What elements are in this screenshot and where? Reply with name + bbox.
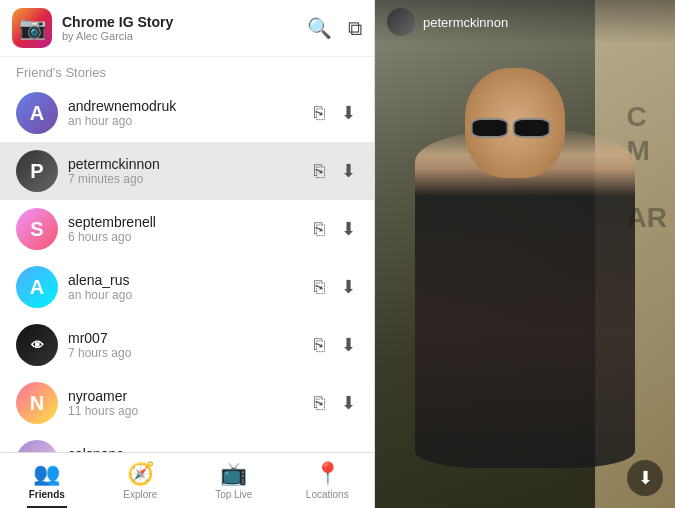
share-button[interactable]: ⎘ — [312, 391, 327, 416]
nav-label-friends: Friends — [29, 489, 65, 500]
story-item[interactable]: P petermckinnon 7 minutes ago ⎘ ⬇ — [0, 142, 374, 200]
avatar: A — [16, 92, 58, 134]
story-avatar-overlay — [387, 8, 415, 36]
story-username: nyroamer — [68, 388, 312, 404]
download-button[interactable]: ⬇ — [339, 158, 358, 184]
story-info: alena_rus an hour ago — [58, 272, 312, 302]
story-time: 11 hours ago — [68, 404, 312, 418]
story-username: petermckinnon — [68, 156, 312, 172]
story-time: an hour ago — [68, 114, 312, 128]
story-item[interactable]: A andrewnemodruk an hour ago ⎘ ⬇ — [0, 84, 374, 142]
download-overlay-button[interactable]: ⬇ — [627, 460, 663, 496]
header-icons: 🔍 ⧉ — [307, 16, 362, 40]
story-actions: ⎘ ⬇ — [312, 158, 358, 184]
bottom-nav: 👥 Friends 🧭 Explore 📺 Top Live 📍 Locatio… — [0, 452, 374, 508]
story-item[interactable]: 👁 mr007 7 hours ago ⎘ ⬇ — [0, 316, 374, 374]
story-info: petermckinnon 7 minutes ago — [58, 156, 312, 186]
story-item[interactable]: C calsnape 12 hours ago ⎘ ⬇ — [0, 432, 374, 452]
story-actions: ⎘ ⬇ — [312, 332, 358, 358]
story-header-overlay: petermckinnon — [375, 0, 675, 44]
external-link-icon[interactable]: ⧉ — [348, 17, 362, 40]
story-username: mr007 — [68, 330, 312, 346]
story-username-overlay: petermckinnon — [423, 15, 508, 30]
sunglasses-figure — [471, 118, 551, 138]
explore-icon: 🧭 — [127, 461, 154, 487]
download-button[interactable]: ⬇ — [339, 390, 358, 416]
download-button[interactable]: ⬇ — [339, 216, 358, 242]
download-button[interactable]: ⬇ — [339, 274, 358, 300]
nav-item-locations[interactable]: 📍 Locations — [281, 453, 375, 508]
story-actions: ⎘ ⬇ — [312, 216, 358, 242]
nav-item-top-live[interactable]: 📺 Top Live — [187, 453, 281, 508]
avatar: S — [16, 208, 58, 250]
app-title: Chrome IG Story — [62, 14, 173, 30]
nav-label-top-live: Top Live — [215, 489, 252, 500]
share-button[interactable]: ⎘ — [312, 217, 327, 242]
share-button[interactable]: ⎘ — [312, 275, 327, 300]
story-username: andrewnemodruk — [68, 98, 312, 114]
avatar: 👁 — [16, 324, 58, 366]
download-button[interactable]: ⬇ — [339, 100, 358, 126]
story-time: 7 hours ago — [68, 346, 312, 360]
story-info: andrewnemodruk an hour ago — [58, 98, 312, 128]
video-area: CMAR petermckinnon ⬇ — [375, 0, 675, 508]
app-subtitle: by Alec Garcia — [62, 30, 173, 42]
locations-icon: 📍 — [314, 461, 341, 487]
nav-label-locations: Locations — [306, 489, 349, 500]
story-info: mr007 7 hours ago — [58, 330, 312, 360]
header-left: 📷 Chrome IG Story by Alec Garcia — [12, 8, 173, 48]
app-title-block: Chrome IG Story by Alec Garcia — [62, 14, 173, 42]
download-button[interactable]: ⬇ — [339, 332, 358, 358]
search-icon[interactable]: 🔍 — [307, 16, 332, 40]
story-item[interactable]: N nyroamer 11 hours ago ⎘ ⬇ — [0, 374, 374, 432]
story-time: 6 hours ago — [68, 230, 312, 244]
nav-item-friends[interactable]: 👥 Friends — [0, 453, 94, 508]
story-info: septembrenell 6 hours ago — [58, 214, 312, 244]
left-panel: 📷 Chrome IG Story by Alec Garcia 🔍 ⧉ Fri… — [0, 0, 375, 508]
app-icon: 📷 — [12, 8, 52, 48]
share-button[interactable]: ⎘ — [312, 159, 327, 184]
story-item[interactable]: S septembrenell 6 hours ago ⎘ ⬇ — [0, 200, 374, 258]
story-username: septembrenell — [68, 214, 312, 230]
story-time: an hour ago — [68, 288, 312, 302]
avatar: N — [16, 382, 58, 424]
story-time: 7 minutes ago — [68, 172, 312, 186]
avatar: P — [16, 150, 58, 192]
story-item[interactable]: A alena_rus an hour ago ⎘ ⬇ — [0, 258, 374, 316]
story-actions: ⎘ ⬇ — [312, 100, 358, 126]
section-label: Friend's Stories — [0, 57, 374, 84]
app-header: 📷 Chrome IG Story by Alec Garcia 🔍 ⧉ — [0, 0, 374, 57]
avatar: A — [16, 266, 58, 308]
person-figure — [415, 128, 635, 468]
nav-label-explore: Explore — [123, 489, 157, 500]
story-username: alena_rus — [68, 272, 312, 288]
story-actions: ⎘ ⬇ — [312, 274, 358, 300]
stories-list: A andrewnemodruk an hour ago ⎘ ⬇ P peter… — [0, 84, 374, 452]
nav-item-explore[interactable]: 🧭 Explore — [94, 453, 188, 508]
avatar: C — [16, 440, 58, 452]
top-live-icon: 📺 — [220, 461, 247, 487]
right-panel: CMAR petermckinnon ⬇ — [375, 0, 675, 508]
story-info: nyroamer 11 hours ago — [58, 388, 312, 418]
story-actions: ⎘ ⬇ — [312, 390, 358, 416]
share-button[interactable]: ⎘ — [312, 101, 327, 126]
share-button[interactable]: ⎘ — [312, 333, 327, 358]
friends-icon: 👥 — [33, 461, 60, 487]
